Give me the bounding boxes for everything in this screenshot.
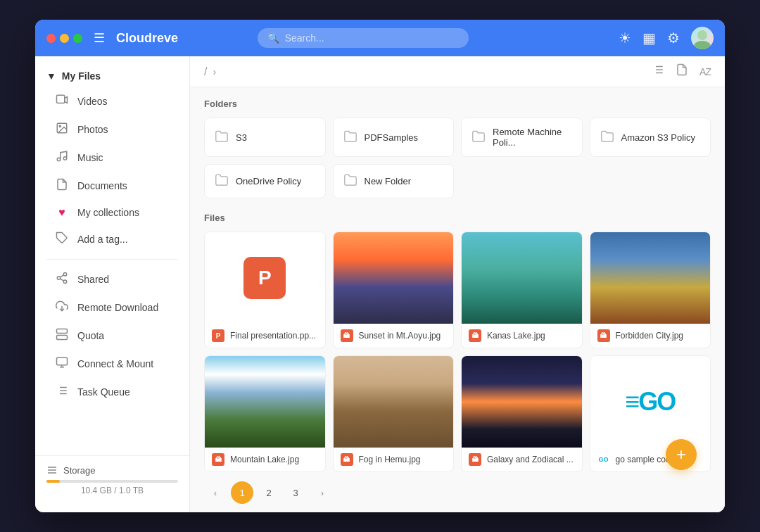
file-name-mountain: Mountain Lake.jpg <box>230 455 299 464</box>
svg-rect-2 <box>57 95 65 103</box>
folder-name-new-folder: New Folder <box>365 176 411 186</box>
sidebar-item-task-queue[interactable]: Task Queue <box>35 378 189 406</box>
svg-point-0 <box>697 30 707 40</box>
storage-amount: 10.4 GB / 1.0 TB <box>46 486 178 495</box>
file-area: Folders S3 PDFSamples <box>190 87 725 473</box>
file-card-fog[interactable]: 🏔 Fog in Hemu.jpg <box>333 355 455 472</box>
page-2-button[interactable]: 2 <box>258 481 280 504</box>
search-icon: 🔍 <box>267 32 279 44</box>
folder-pdfsamples[interactable]: PDFSamples <box>333 118 455 157</box>
sidebar-item-tag[interactable]: Add a tag... <box>35 225 189 253</box>
folder-onedrive[interactable]: OneDrive Policy <box>204 164 326 198</box>
file-thumbnail-mountain <box>205 356 325 448</box>
document-icon <box>55 178 69 194</box>
sidebar-label-task-queue: Task Queue <box>77 386 130 398</box>
folder-icon <box>215 129 229 146</box>
traffic-lights <box>46 34 82 43</box>
close-button[interactable] <box>46 34 56 43</box>
toolbar-actions: AZ <box>652 63 711 80</box>
sidebar-label-documents: Documents <box>77 180 127 191</box>
list-view-icon[interactable] <box>652 63 664 80</box>
minimize-button[interactable] <box>60 34 69 43</box>
avatar[interactable] <box>691 27 714 49</box>
file-info-lake: 🏔 Kanas Lake.jpg <box>462 324 582 348</box>
fab-add-button[interactable]: + <box>666 439 697 470</box>
menu-icon[interactable]: ☰ <box>94 30 105 46</box>
file-card-galaxy[interactable]: 🏔 Galaxy and Zodiacal ... <box>461 355 583 472</box>
file-info-ppt: P Final presentation.pp... <box>205 324 325 348</box>
app-title: Cloudreve <box>116 31 178 46</box>
svg-point-11 <box>63 280 67 284</box>
sidebar-item-music[interactable]: Music <box>35 144 189 172</box>
next-page-button[interactable]: › <box>311 481 334 504</box>
sidebar-divider <box>46 259 178 260</box>
svg-point-9 <box>63 273 67 277</box>
img-type-icon-sunset: 🏔 <box>341 329 353 342</box>
breadcrumb-next-icon[interactable]: › <box>213 66 216 77</box>
file-thumbnail-lake <box>462 232 582 324</box>
file-thumbnail-forbidden <box>590 232 711 324</box>
files-section-label: Files <box>204 213 711 223</box>
monitor-icon <box>55 356 69 372</box>
sidebar-item-documents[interactable]: Documents <box>35 172 189 200</box>
maximize-button[interactable] <box>73 34 82 43</box>
folder-s3[interactable]: S3 <box>204 118 326 157</box>
files-grid: P P Final presentation.pp... 🏔 <box>204 232 711 472</box>
folder-remote-machine[interactable]: Remote Machine Poli... <box>461 118 583 157</box>
sidebar-label-quota: Quota <box>77 330 104 341</box>
grid-view-icon[interactable]: ▦ <box>642 30 656 46</box>
sidebar-item-videos[interactable]: Videos <box>35 87 189 115</box>
sort-icon[interactable]: AZ <box>699 66 711 77</box>
storage-icon <box>46 464 58 476</box>
page-3-button[interactable]: 3 <box>284 481 307 504</box>
file-card-lake[interactable]: 🏔 Kanas Lake.jpg <box>461 232 583 348</box>
page-1-button[interactable]: 1 <box>231 481 253 504</box>
folders-grid: S3 PDFSamples Remote Machi <box>204 118 711 198</box>
my-files-label: My Files <box>62 70 101 82</box>
settings-icon[interactable]: ⚙ <box>667 30 680 46</box>
storage-fill <box>46 480 60 483</box>
sidebar-item-remote-download[interactable]: Remote Download <box>35 293 189 322</box>
folder-icon <box>600 129 614 146</box>
file-thumbnail-galaxy <box>462 356 582 448</box>
sidebar-label-videos: Videos <box>77 96 108 107</box>
storage-label-text: Storage <box>63 465 96 476</box>
theme-icon[interactable]: ☀ <box>619 30 631 46</box>
folder-amazon-s3[interactable]: Amazon S3 Policy <box>590 118 711 157</box>
svg-point-5 <box>59 125 61 127</box>
sidebar-label-photos: Photos <box>77 124 108 135</box>
file-card-sunset[interactable]: 🏔 Sunset in Mt.Aoyu.jpg <box>333 232 455 348</box>
file-card-ppt[interactable]: P P Final presentation.pp... <box>204 232 326 348</box>
svg-point-7 <box>63 157 67 160</box>
search-bar[interactable]: 🔍 <box>258 28 469 48</box>
file-text-icon[interactable] <box>676 63 688 80</box>
list-icon <box>55 384 69 400</box>
ppt-icon: P <box>243 257 286 299</box>
folder-new-folder[interactable]: New Folder <box>333 164 455 198</box>
folder-name-s3: S3 <box>236 132 247 143</box>
storage-section: Storage 10.4 GB / 1.0 TB <box>35 455 189 504</box>
sidebar-item-shared[interactable]: Shared <box>35 265 189 293</box>
svg-point-6 <box>57 158 61 161</box>
prev-page-button[interactable]: ‹ <box>204 481 227 504</box>
folder-icon <box>343 173 357 189</box>
sidebar-label-music: Music <box>77 152 103 163</box>
file-card-mountain[interactable]: 🏔 Mountain Lake.jpg <box>204 355 326 472</box>
sidebar-item-photos[interactable]: Photos <box>35 115 189 144</box>
my-files-section[interactable]: ▼ My Files <box>35 65 189 87</box>
file-info-sunset: 🏔 Sunset in Mt.Aoyu.jpg <box>334 324 454 348</box>
toolbar: / › AZ <box>190 56 725 87</box>
breadcrumb-root: / <box>204 65 207 78</box>
sidebar-label-tag: Add a tag... <box>77 234 128 245</box>
svg-marker-3 <box>65 97 68 103</box>
sidebar-item-collections[interactable]: ♥ My collections <box>35 200 189 225</box>
search-input[interactable] <box>285 32 459 44</box>
sidebar: ▼ My Files Videos Photos <box>35 56 190 512</box>
titlebar-actions: ☀ ▦ ⚙ <box>619 27 714 49</box>
svg-rect-19 <box>57 357 68 365</box>
sidebar-item-quota[interactable]: Quota <box>35 322 189 350</box>
file-card-forbidden[interactable]: 🏔 Forbidden City.jpg <box>590 232 711 348</box>
file-name-fog: Fog in Hemu.jpg <box>359 455 421 464</box>
sidebar-item-connect-mount[interactable]: Connect & Mount <box>35 350 189 378</box>
folder-icon <box>471 129 486 146</box>
